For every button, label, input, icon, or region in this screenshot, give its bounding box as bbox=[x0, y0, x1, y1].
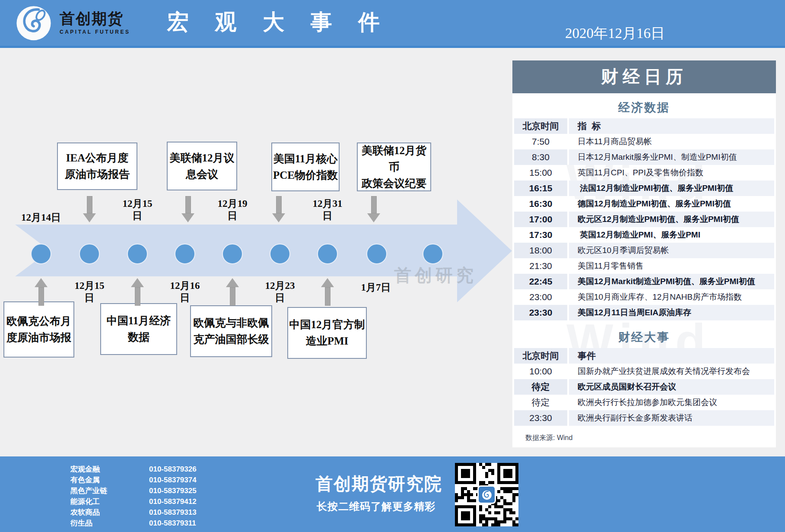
row-time: 7:50 bbox=[514, 134, 567, 149]
row-time: 18:00 bbox=[514, 243, 567, 258]
down-arrow-icon bbox=[272, 196, 285, 223]
contact-department: 有色金属 bbox=[70, 475, 149, 485]
economic-row: 17:00 欧元区12月制造业PMI初值、服务业PMI初值 bbox=[514, 212, 774, 227]
contact-department: 能源化工 bbox=[70, 497, 149, 507]
column-header-time: 北京时间 bbox=[514, 118, 567, 134]
economic-row: 17:30 英国12月制造业PMI、服务业PMI bbox=[514, 227, 774, 243]
qr-tagline: 长按二维码了解更多精彩 bbox=[317, 500, 435, 513]
contact-row: 黑色产业链 010-58379325 bbox=[70, 485, 197, 496]
column-header-indicator: 指 标 bbox=[569, 118, 774, 134]
footer-bar: 宏观金融 010-58379326 有色金属 010-58379374 黑色产业… bbox=[0, 456, 785, 532]
timeline-node bbox=[270, 244, 290, 264]
economic-row: 22:45 美国12月Markit制造业PMI初值、服务业PMI初值 bbox=[514, 274, 774, 289]
timeline-date-above: 12月14日 bbox=[13, 212, 69, 224]
row-time: 待定 bbox=[514, 379, 567, 395]
event-box-china-data: 中国11月经济 数据 bbox=[100, 303, 177, 355]
up-arrow-icon bbox=[226, 278, 239, 306]
timeline-node bbox=[222, 244, 243, 264]
row-event: 欧洲央行副行长金多斯发表讲话 bbox=[569, 410, 774, 426]
economic-table: 北京时间 指 标 7:50 日本11月商品贸易帐 8:30 日本12月Marki… bbox=[512, 118, 776, 320]
timeline-node bbox=[31, 244, 51, 264]
economic-row: 16:15 法国12月制造业PMI初值、服务业PMI初值 bbox=[514, 180, 774, 196]
contact-department: 衍生品 bbox=[70, 518, 149, 528]
column-header-event: 事件 bbox=[569, 348, 774, 364]
page: 首创期货 CAPITAL FUTURES 宏 观 大 事 件 2020年12月1… bbox=[0, 0, 785, 532]
timeline-node bbox=[317, 244, 338, 264]
logo-name: 首创期货 bbox=[60, 10, 130, 27]
contact-phone: 010-58379313 bbox=[149, 508, 197, 517]
row-indicator: 日本11月商品贸易帐 bbox=[569, 134, 774, 149]
contact-row: 能源化工 010-58379412 bbox=[70, 496, 197, 507]
timeline-date-below: 12月16 日 bbox=[161, 280, 209, 304]
economic-row: 7:50 日本11月商品贸易帐 bbox=[514, 134, 774, 149]
economic-row: 16:30 德国12月制造业PMI初值、服务业PMI初值 bbox=[514, 196, 774, 212]
row-time: 10:00 bbox=[514, 364, 567, 379]
event-box-fomc-minutes: 美联储12月货币 政策会议纪要 bbox=[357, 142, 431, 191]
event-box-pce-index: 美国11月核心 PCE物价指数 bbox=[271, 142, 340, 191]
economic-row: 18:00 欧元区10月季调后贸易帐 bbox=[514, 243, 774, 258]
up-arrow-icon bbox=[321, 278, 334, 306]
timeline-node bbox=[127, 244, 148, 264]
watermark-research: 首创研究 bbox=[394, 263, 477, 287]
event-box-opec-report: 欧佩克公布月 度原油市场报 bbox=[3, 301, 74, 358]
brand-logo-text: 首创期货 CAPITAL FUTURES bbox=[60, 10, 130, 35]
section-economic-data: 经济数据 bbox=[512, 93, 776, 118]
event-row: 待定 欧元区成员国财长召开会议 bbox=[514, 379, 774, 395]
row-indicator: 法国12月制造业PMI初值、服务业PMI初值 bbox=[569, 180, 774, 196]
calendar-panel: Wind Wind 财经日历 经济数据 北京时间 指 标 7:50 日本11月商… bbox=[512, 60, 776, 447]
event-box-opec-ministers: 欧佩克与非欧佩 克产油国部长级 bbox=[190, 305, 272, 357]
row-time: 15:00 bbox=[514, 165, 567, 180]
economic-row: 8:30 日本12月Markit服务业PMI、制造业PMI初值 bbox=[514, 149, 774, 165]
row-indicator: 英国11月CPI、PPI及零售物价指数 bbox=[569, 165, 774, 180]
table-header-row: 北京时间 事件 bbox=[514, 348, 774, 364]
row-indicator: 欧元区12月制造业PMI初值、服务业PMI初值 bbox=[569, 212, 774, 227]
row-time: 8:30 bbox=[514, 149, 567, 165]
timeline-date-below: 12月23 日 bbox=[256, 280, 304, 304]
economic-row: 23:30 美国12月11日当周EIA原油库存 bbox=[514, 305, 774, 320]
contact-row: 农软商品 010-58379313 bbox=[70, 507, 197, 518]
economic-row: 15:00 英国11月CPI、PPI及零售物价指数 bbox=[514, 165, 774, 180]
row-indicator: 欧元区10月季调后贸易帐 bbox=[569, 243, 774, 258]
research-institute-title: 首创期货研究院 bbox=[315, 472, 442, 496]
row-time: 23:30 bbox=[514, 305, 567, 320]
down-arrow-icon bbox=[181, 196, 194, 223]
events-table: 北京时间 事件 10:00 国新办就产业扶贫进展成效有关情况举行发布会 待定 欧… bbox=[512, 348, 776, 426]
timeline-date-above: 12月31 日 bbox=[303, 198, 352, 222]
event-box-fomc-meeting: 美联储12月议 息会议 bbox=[167, 142, 237, 190]
row-time: 21:30 bbox=[514, 258, 567, 274]
capital-futures-ram-icon bbox=[15, 3, 53, 41]
row-time: 待定 bbox=[514, 395, 567, 410]
page-title: 宏 观 大 事 件 bbox=[166, 8, 391, 37]
down-arrow-icon bbox=[83, 196, 96, 223]
contact-row: 衍生品 010-58379311 bbox=[70, 518, 197, 529]
event-box-china-pmi: 中国12月官方制 造业PMI bbox=[287, 307, 367, 359]
event-box-iea-report: IEA公布月度 原油市场报告 bbox=[57, 142, 137, 190]
down-arrow-icon bbox=[367, 196, 380, 223]
row-time: 16:30 bbox=[514, 196, 567, 212]
row-time: 17:30 bbox=[514, 227, 567, 243]
row-time: 23:00 bbox=[514, 289, 567, 305]
contact-department: 宏观金融 bbox=[70, 464, 149, 474]
row-event: 欧元区成员国财长召开会议 bbox=[569, 379, 774, 395]
logo-name-en: CAPITAL FUTURES bbox=[60, 29, 130, 35]
contact-row: 宏观金融 010-58379326 bbox=[70, 464, 197, 475]
contact-department: 黑色产业链 bbox=[70, 486, 149, 496]
event-row: 10:00 国新办就产业扶贫进展成效有关情况举行发布会 bbox=[514, 364, 774, 379]
row-event: 国新办就产业扶贫进展成效有关情况举行发布会 bbox=[569, 364, 774, 379]
timeline-date-above: 12月19 日 bbox=[208, 198, 257, 222]
economic-rows: 7:50 日本11月商品贸易帐 8:30 日本12月Markit服务业PMI、制… bbox=[512, 134, 776, 320]
contact-list: 宏观金融 010-58379326 有色金属 010-58379374 黑色产业… bbox=[70, 464, 197, 529]
report-date: 2020年12月16日 bbox=[565, 24, 665, 43]
event-row: 待定 欧洲央行行长拉加德参加欧元集团会议 bbox=[514, 395, 774, 410]
row-indicator: 英国12月制造业PMI、服务业PMI bbox=[569, 227, 774, 243]
contact-phone: 010-58379326 bbox=[149, 465, 197, 474]
contact-phone: 010-58379374 bbox=[149, 476, 197, 484]
data-source-note: 数据来源: Wind bbox=[525, 434, 776, 443]
up-arrow-icon bbox=[131, 278, 144, 306]
contact-phone: 010-58379412 bbox=[149, 497, 197, 506]
brand-logo: 首创期货 CAPITAL FUTURES bbox=[15, 3, 130, 41]
up-arrow-icon bbox=[35, 278, 48, 306]
contact-phone: 010-58379325 bbox=[149, 487, 197, 495]
row-indicator: 美国12月11日当周EIA原油库存 bbox=[569, 305, 774, 320]
economic-row: 21:30 美国11月零售销售 bbox=[514, 258, 774, 274]
